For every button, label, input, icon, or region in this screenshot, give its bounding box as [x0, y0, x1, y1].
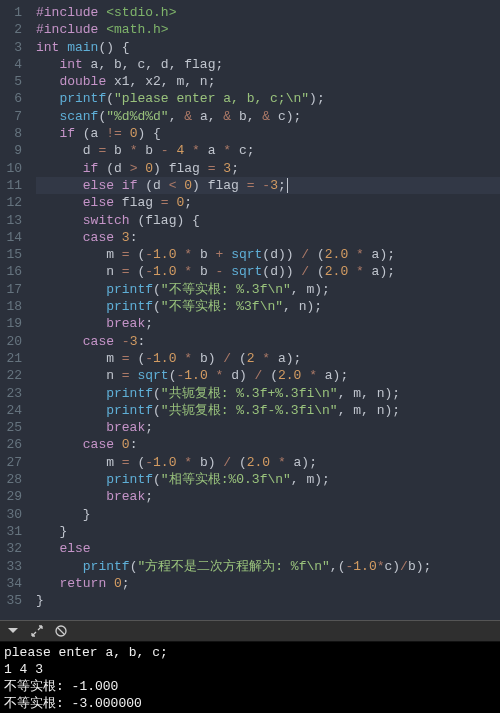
code-line[interactable]: int main() { [36, 39, 500, 56]
line-number: 4 [6, 56, 22, 73]
token-p [114, 178, 122, 193]
token-num: 1.0 [153, 455, 176, 470]
code-line[interactable]: scanf("%d%d%d", & a, & b, & c); [36, 108, 500, 125]
token-p: a [200, 143, 223, 158]
token-p [36, 403, 106, 418]
code-area[interactable]: #include <stdio.h>#include <math.h>int m… [30, 0, 500, 620]
token-fn: printf [106, 403, 153, 418]
code-line[interactable]: printf("共轭复根: %.3f-%.3fi\n", m, n); [36, 402, 500, 419]
token-p [36, 472, 106, 487]
code-line[interactable]: m = (-1.0 * b + sqrt(d)) / (2.0 * a); [36, 246, 500, 263]
token-p: ; [145, 420, 153, 435]
code-line[interactable]: case -3: [36, 333, 500, 350]
code-line[interactable]: printf("方程不是二次方程解为: %f\n",(-1.0*c)/b); [36, 558, 500, 575]
code-line[interactable]: else flag = 0; [36, 194, 500, 211]
code-line[interactable]: if (d > 0) flag = 3; [36, 160, 500, 177]
token-hdr: <math.h> [106, 22, 168, 37]
console-expand-icon[interactable] [30, 624, 44, 638]
token-p: ; [145, 316, 153, 331]
line-number: 18 [6, 298, 22, 315]
line-number: 31 [6, 523, 22, 540]
token-num: 2.0 [247, 455, 270, 470]
token-op: * [184, 247, 192, 262]
code-line[interactable]: int a, b, c, d, flag; [36, 56, 500, 73]
token-main: main [67, 40, 98, 55]
token-p: , n); [283, 299, 322, 314]
token-p: ( [153, 403, 161, 418]
token-fn: sqrt [231, 247, 262, 262]
code-line[interactable]: } [36, 506, 500, 523]
token-num: 2.0 [325, 247, 348, 262]
token-op: = [122, 455, 130, 470]
code-line[interactable]: else if (d < 0) flag = -3; [36, 177, 500, 194]
code-line[interactable]: printf("不等实根: %.3f\n", m); [36, 281, 500, 298]
token-p [36, 195, 83, 210]
code-line[interactable]: m = (-1.0 * b) / (2.0 * a); [36, 454, 500, 471]
line-number: 11 [6, 177, 22, 194]
token-p [184, 143, 192, 158]
code-line[interactable]: } [36, 523, 500, 540]
token-p: ( [309, 247, 325, 262]
console-output[interactable]: please enter a, b, c;1 4 3不等实根: -1.000不等… [0, 642, 500, 713]
console-toolbar [0, 620, 500, 642]
code-line[interactable]: break; [36, 315, 500, 332]
token-p: c) [385, 559, 401, 574]
code-line[interactable]: printf("please enter a, b, c;\n"); [36, 90, 500, 107]
code-line[interactable]: n = sqrt(-1.0 * d) / (2.0 * a); [36, 367, 500, 384]
token-p: (flag) { [130, 213, 200, 228]
token-p: ( [130, 247, 146, 262]
token-fn: printf [83, 559, 130, 574]
line-number: 5 [6, 73, 22, 90]
token-p: b); [408, 559, 431, 574]
code-line[interactable]: break; [36, 419, 500, 436]
token-num: 2 [247, 351, 255, 366]
console-menu-icon[interactable] [6, 624, 20, 638]
token-p [36, 299, 106, 314]
code-line[interactable]: n = (-1.0 * b - sqrt(d)) / (2.0 * a); [36, 263, 500, 280]
code-line[interactable]: #include <stdio.h> [36, 4, 500, 21]
code-line[interactable]: if (a != 0) { [36, 125, 500, 142]
token-p: ) flag [153, 161, 208, 176]
code-line[interactable]: printf("共轭复根: %.3f+%.3fi\n", m, n); [36, 385, 500, 402]
token-p: : [130, 230, 138, 245]
code-line[interactable]: switch (flag) { [36, 212, 500, 229]
token-p: ( [262, 368, 278, 383]
token-p: b) [192, 351, 223, 366]
token-kw: break [106, 316, 145, 331]
code-line[interactable]: printf("相等实根:%0.3f\n", m); [36, 471, 500, 488]
code-line[interactable]: case 3: [36, 229, 500, 246]
token-p: ( [130, 264, 146, 279]
code-line[interactable]: printf("不等实根: %3f\n", n); [36, 298, 500, 315]
token-op: * [377, 559, 385, 574]
token-p [36, 420, 106, 435]
token-kw: if [122, 178, 138, 193]
token-p: (d [137, 178, 168, 193]
code-line[interactable]: break; [36, 488, 500, 505]
token-p: ); [309, 91, 325, 106]
code-line[interactable]: case 0: [36, 436, 500, 453]
token-op: / [400, 559, 408, 574]
token-p: ,( [330, 559, 346, 574]
code-line[interactable]: m = (-1.0 * b) / (2 * a); [36, 350, 500, 367]
code-line[interactable]: } [36, 592, 500, 609]
token-p: : [130, 437, 138, 452]
code-line[interactable]: else [36, 540, 500, 557]
code-line[interactable]: return 0; [36, 575, 500, 592]
token-op: & [262, 109, 270, 124]
token-kw: else [59, 541, 90, 556]
token-pre: #include [36, 5, 98, 20]
token-p: m [36, 351, 122, 366]
line-number: 29 [6, 488, 22, 505]
token-op: = [247, 178, 255, 193]
text-cursor [287, 178, 288, 193]
code-editor[interactable]: 1234567891011121314151617181920212223242… [0, 0, 500, 620]
token-op: = [161, 195, 169, 210]
code-line[interactable]: #include <math.h> [36, 21, 500, 38]
token-p [270, 455, 278, 470]
token-kw: switch [83, 213, 130, 228]
console-clear-icon[interactable] [54, 624, 68, 638]
token-p [36, 230, 83, 245]
token-type: int [36, 40, 59, 55]
code-line[interactable]: d = b * b - 4 * a * c; [36, 142, 500, 159]
code-line[interactable]: double x1, x2, m, n; [36, 73, 500, 90]
